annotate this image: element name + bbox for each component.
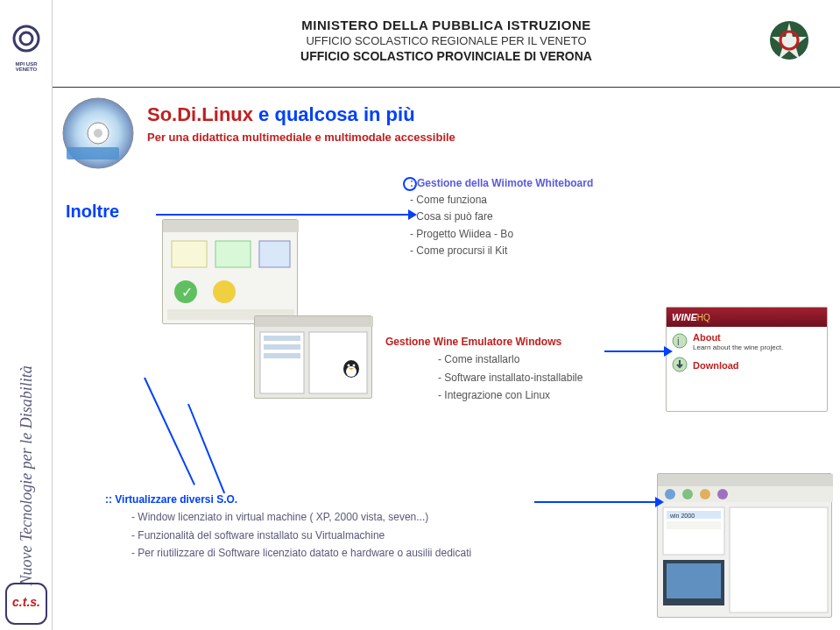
wiimote-item: - Come procursi il Kit [410, 243, 593, 259]
cts-logo: c.t.s. [4, 582, 48, 626]
winehq-logo-text: WINE [672, 312, 697, 322]
wine-heading: Gestione Wine Emulatore Windows [385, 333, 582, 350]
page-header: MINISTERO DELLA PUBBLICA ISTRUZIONE UFFI… [53, 0, 840, 88]
svg-point-25 [348, 365, 350, 367]
svg-point-26 [353, 365, 356, 367]
winehq-about-sub: Learn about the wine project. [693, 343, 783, 351]
virtualization-heading: :: Virtualizzare diversi S.O. [105, 491, 471, 508]
cts-logo-text: c.t.s. [4, 595, 48, 609]
svg-rect-22 [264, 353, 300, 358]
arrow-icon [534, 501, 657, 503]
wine-item: - Come installarlo [438, 350, 582, 368]
wiimote-item: - Progetto Wiidea - Bo [410, 226, 593, 243]
svg-rect-18 [260, 332, 304, 393]
svg-rect-42 [667, 563, 721, 598]
sodilinux-cd-icon [61, 96, 136, 171]
arrow-icon [604, 350, 666, 352]
svg-rect-10 [172, 241, 207, 267]
svg-text:✓: ✓ [181, 285, 193, 300]
svg-rect-40 [730, 507, 828, 612]
wiimote-item: - Come funziona [410, 192, 593, 209]
svg-point-33 [682, 489, 693, 499]
sidebar-vertical-title: Nuove Tecnologie per le Disabilità [18, 365, 36, 585]
svg-rect-17 [255, 316, 373, 327]
winehq-download-label: Download [693, 360, 739, 371]
svg-rect-11 [215, 241, 251, 267]
page-subtitle: Per una didattica multimediale e multimo… [147, 131, 455, 144]
wine-item: - Software installato-installabile [438, 369, 582, 386]
page-title: So.Di.Linux e qualcosa in più Per una di… [147, 103, 455, 144]
virtualization-item: - Per riutilizzare di Software licenziat… [131, 544, 471, 562]
header-provincial-office: UFFICIO SCOLASTICO PROVINCIALE DI VERONA [53, 49, 840, 63]
info-icon: i [672, 333, 688, 350]
winehq-logo-suffix: HQ [697, 313, 710, 322]
svg-point-15 [213, 280, 236, 303]
svg-point-7 [94, 129, 102, 138]
svg-point-32 [665, 489, 675, 499]
title-suffix: e qualcosa in più [253, 103, 415, 125]
inoltre-label: Inoltre [66, 202, 119, 222]
svg-rect-8 [67, 147, 119, 159]
svg-rect-12 [259, 241, 290, 267]
left-sidebar: MPI USR VENETO Nuove Tecnologie per le D… [0, 0, 53, 630]
wiimote-heading: ::Gestione della Wiimote Whiteboard [410, 175, 593, 192]
header-regional-office: UFFICIO SCOLASTICO REGIONALE PER IL VENE… [53, 34, 840, 47]
winehq-about-label: About [693, 332, 721, 343]
org-logo-top: MPI USR VENETO [7, 12, 46, 65]
header-ministry: MINISTERO DELLA PUBBLICA ISTRUZIONE [53, 18, 840, 32]
winehq-website-screenshot: WINEHQ i About Learn about the wine proj… [666, 307, 828, 412]
virtualization-section: :: Virtualizzare diversi S.O. - Window l… [105, 491, 471, 563]
arrow-icon [156, 214, 410, 216]
svg-rect-30 [658, 474, 833, 486]
wiimote-screenshot: ✓ [162, 219, 298, 324]
winehq-about-row: i About Learn about the wine project. Do… [667, 327, 827, 379]
main-content: So.Di.Linux e qualcosa in più Per una di… [53, 88, 840, 630]
virtualization-item: - Funzionalità del software installato s… [131, 527, 471, 544]
title-product-name: So.Di.Linux [147, 103, 253, 125]
svg-rect-21 [264, 344, 300, 350]
header-text-block: MINISTERO DELLA PUBBLICA ISTRUZIONE UFFI… [53, 0, 840, 63]
svg-point-24 [346, 366, 356, 377]
svg-point-34 [700, 489, 710, 499]
wine-item: - Integrazione con Linux [438, 386, 582, 404]
arrow-icon [144, 378, 195, 485]
svg-point-27 [673, 334, 687, 348]
download-icon [672, 357, 688, 374]
wiimote-section: ::Gestione della Wiimote Whiteboard - Co… [410, 175, 593, 259]
tux-linux-icon [340, 356, 363, 379]
svg-point-35 [717, 489, 728, 499]
wine-section: Gestione Wine Emulatore Windows - Come i… [385, 333, 582, 405]
svg-rect-20 [264, 336, 300, 341]
virtualization-item: - Window licenziato in virtual machine (… [131, 508, 471, 526]
wiimote-item: - Cosa si può fare [410, 209, 593, 225]
svg-text:win 2000: win 2000 [669, 513, 695, 519]
virtualbox-screenshot: win 2000 [657, 473, 832, 618]
svg-point-1 [20, 32, 32, 45]
org-logo-top-text: MPI USR VENETO [7, 61, 46, 72]
svg-rect-9 [163, 220, 299, 232]
svg-point-0 [14, 26, 39, 51]
svg-rect-39 [667, 521, 721, 529]
svg-text:i: i [677, 336, 680, 348]
italian-republic-emblem-icon [765, 16, 814, 65]
